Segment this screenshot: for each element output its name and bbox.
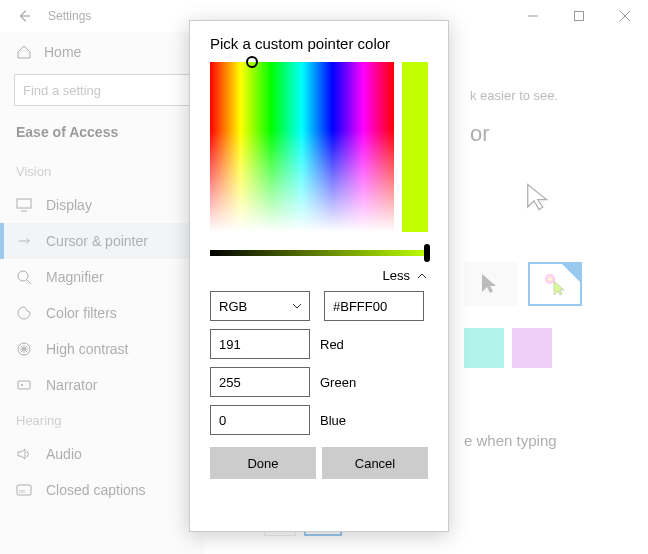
sv-cursor-icon <box>246 56 258 68</box>
dialog-title: Pick a custom pointer color <box>210 35 428 52</box>
less-toggle[interactable]: Less <box>210 268 428 283</box>
slider-thumb-icon <box>424 244 430 262</box>
red-label: Red <box>320 337 344 352</box>
cancel-button[interactable]: Cancel <box>322 447 428 479</box>
color-preview <box>402 62 428 232</box>
blue-label: Blue <box>320 413 346 428</box>
hex-input[interactable] <box>324 291 424 321</box>
value-slider[interactable] <box>210 250 428 256</box>
done-button[interactable]: Done <box>210 447 316 479</box>
green-input[interactable] <box>210 367 310 397</box>
color-picker-dialog: Pick a custom pointer color Less RGB Red… <box>189 20 449 532</box>
green-label: Green <box>320 375 356 390</box>
chevron-up-icon <box>416 270 428 282</box>
chevron-down-icon <box>291 300 303 312</box>
less-label: Less <box>383 268 410 283</box>
color-mode-select[interactable]: RGB <box>210 291 310 321</box>
blue-input[interactable] <box>210 405 310 435</box>
mode-label: RGB <box>219 299 247 314</box>
saturation-value-picker[interactable] <box>210 62 394 232</box>
red-input[interactable] <box>210 329 310 359</box>
